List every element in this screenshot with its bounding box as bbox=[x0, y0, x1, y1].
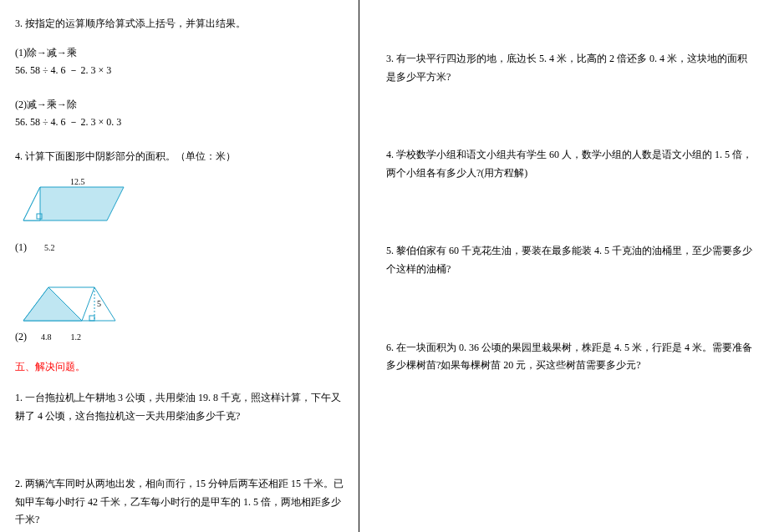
right-q3: 3. 有一块平行四边形的地，底边长 5. 4 米，比高的 2 倍还多 0. 4 … bbox=[386, 50, 754, 86]
s5-q2: 2. 两辆汽车同时从两地出发，相向而行，15 分钟后两车还相距 15 千米。已知… bbox=[15, 475, 344, 529]
q3-1-expression: 56. 58 ÷ 4. 6 － 2. 3 × 3 bbox=[15, 63, 344, 78]
fig1-index: (1) bbox=[15, 241, 27, 254]
q3-2-expression: 56. 58 ÷ 4. 6 － 2. 3 × 0. 3 bbox=[15, 115, 344, 129]
parallelogram-shape bbox=[15, 179, 132, 237]
fig2-mid-label: 1.2 bbox=[71, 332, 82, 342]
s5-q1: 1. 一台拖拉机上午耕地 3 公顷，共用柴油 19. 8 千克，照这样计算，下午… bbox=[15, 389, 344, 425]
q4-title: 4. 计算下面图形中阴影部分的面积。（单位：米） bbox=[15, 149, 344, 164]
section5-title: 五、解决问题。 bbox=[15, 360, 344, 374]
figure-1: 12.5 bbox=[15, 179, 344, 246]
svg-marker-1 bbox=[23, 187, 40, 220]
q3-2-rule: (2)减→乘→除 bbox=[15, 98, 344, 112]
right-q5: 5. 黎伯伯家有 60 千克花生油，要装在最多能装 4. 5 千克油的油桶里，至… bbox=[386, 242, 754, 278]
q3-1-rule: (1)除→减→乘 bbox=[15, 46, 344, 60]
right-q4: 4. 学校数学小组和语文小组共有学生 60 人，数学小组的人数是语文小组的 1.… bbox=[386, 146, 754, 182]
right-q6: 6. 在一块面积为 0. 36 公顷的果园里栽果树，株距是 4. 5 米，行距是… bbox=[386, 339, 754, 375]
fig2-height-label: 5 bbox=[97, 299, 101, 308]
fig2-index: (2) bbox=[15, 331, 27, 343]
fig1-bottom-label: 5.2 bbox=[44, 243, 55, 252]
figure-2: 5 bbox=[15, 279, 344, 329]
fig2-left-label: 4.8 bbox=[41, 332, 52, 342]
fig1-top-label: 12.5 bbox=[70, 177, 95, 186]
trapezoid-shape bbox=[15, 279, 132, 329]
q3-title: 3. 按指定的运算顺序给算式添上括号，并算出结果。 bbox=[15, 17, 344, 31]
